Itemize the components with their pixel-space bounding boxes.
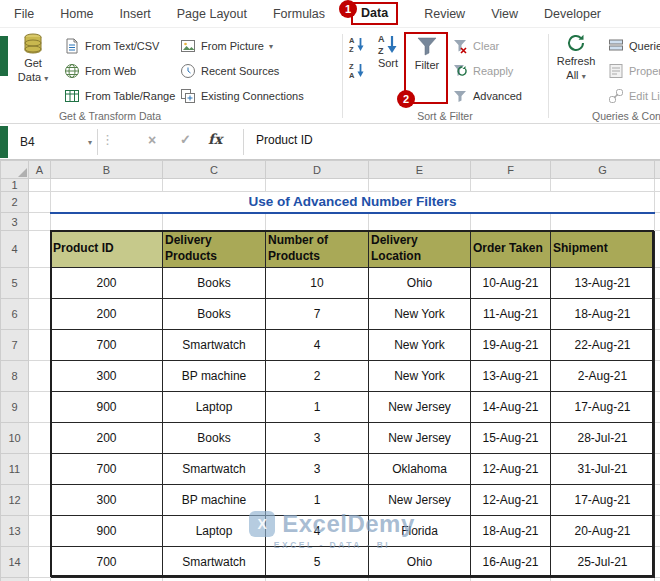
table-cell[interactable]: 17-Aug-21 bbox=[551, 392, 655, 423]
cell[interactable] bbox=[29, 485, 51, 516]
cell[interactable] bbox=[655, 213, 660, 231]
from-text-csv-button[interactable]: From Text/CSV bbox=[64, 36, 159, 56]
row-header-1[interactable]: 1 bbox=[1, 179, 29, 192]
tab-developer[interactable]: Developer bbox=[544, 7, 601, 21]
cell[interactable] bbox=[266, 179, 369, 192]
sort-ascending-button[interactable]: A Z bbox=[348, 34, 366, 54]
row-header-6[interactable]: 6 bbox=[1, 299, 29, 330]
row-header-14[interactable]: 14 bbox=[1, 547, 29, 578]
table-cell[interactable]: 900 bbox=[51, 516, 163, 547]
cell[interactable] bbox=[29, 192, 51, 213]
table-header[interactable]: Product ID bbox=[51, 231, 163, 268]
cell[interactable] bbox=[163, 179, 266, 192]
tab-data[interactable]: Data1 bbox=[351, 2, 398, 25]
table-cell[interactable]: Smartwatch bbox=[163, 330, 266, 361]
row-header-2[interactable]: 2 bbox=[1, 192, 29, 213]
table-cell[interactable]: 200 bbox=[51, 299, 163, 330]
cell[interactable] bbox=[471, 578, 551, 581]
table-cell[interactable]: 12-Aug-21 bbox=[471, 454, 551, 485]
cell[interactable] bbox=[655, 179, 660, 192]
col-header-D[interactable]: D bbox=[266, 161, 369, 179]
cell[interactable] bbox=[369, 179, 471, 192]
table-cell[interactable]: 700 bbox=[51, 330, 163, 361]
cell[interactable] bbox=[369, 578, 471, 581]
get-data-button[interactable]: Get Data ▾ bbox=[10, 32, 56, 83]
table-cell[interactable]: 3 bbox=[266, 454, 369, 485]
cell[interactable] bbox=[29, 392, 51, 423]
sort-button[interactable]: A Z Sort bbox=[370, 32, 406, 70]
queries-connections-button[interactable]: Queries & bbox=[608, 36, 660, 56]
table-cell[interactable]: 700 bbox=[51, 454, 163, 485]
row-header-8[interactable]: 8 bbox=[1, 361, 29, 392]
cell[interactable] bbox=[655, 578, 660, 581]
cell[interactable] bbox=[471, 179, 551, 192]
table-cell[interactable]: 700 bbox=[51, 547, 163, 578]
reapply-button[interactable]: Reapply bbox=[452, 61, 513, 81]
row-header-3[interactable]: 3 bbox=[1, 213, 29, 231]
table-header[interactable]: Shipment bbox=[551, 231, 655, 268]
cell[interactable] bbox=[655, 454, 660, 485]
cell[interactable] bbox=[655, 330, 660, 361]
table-cell[interactable]: 15-Aug-21 bbox=[471, 423, 551, 454]
cell[interactable] bbox=[655, 361, 660, 392]
table-cell[interactable]: 11-Aug-21 bbox=[471, 299, 551, 330]
advanced-button[interactable]: Advanced bbox=[452, 86, 522, 106]
cell[interactable] bbox=[471, 213, 551, 231]
table-header[interactable]: Number of Products bbox=[266, 231, 369, 268]
col-header-F[interactable]: F bbox=[471, 161, 551, 179]
cell[interactable] bbox=[655, 392, 660, 423]
table-cell[interactable]: Florida bbox=[369, 516, 471, 547]
table-cell[interactable]: Ohio bbox=[369, 547, 471, 578]
row-header-11[interactable]: 11 bbox=[1, 454, 29, 485]
cell[interactable] bbox=[51, 213, 163, 231]
table-cell[interactable]: 5 bbox=[266, 547, 369, 578]
name-box[interactable]: B4 ▾ bbox=[12, 130, 96, 154]
table-cell[interactable]: 13-Aug-21 bbox=[471, 361, 551, 392]
table-cell[interactable]: Ohio bbox=[369, 268, 471, 299]
table-cell[interactable]: 13-Aug-21 bbox=[551, 268, 655, 299]
table-cell[interactable]: New Jersey bbox=[369, 485, 471, 516]
table-cell[interactable]: New Jersey bbox=[369, 392, 471, 423]
cell[interactable] bbox=[369, 213, 471, 231]
cell[interactable] bbox=[29, 547, 51, 578]
clear-button[interactable]: Clear bbox=[452, 36, 499, 56]
cell[interactable] bbox=[655, 231, 660, 268]
cell[interactable] bbox=[29, 454, 51, 485]
row-header-4[interactable]: 4 bbox=[1, 231, 29, 268]
sort-descending-button[interactable]: Z A bbox=[348, 60, 366, 80]
cell[interactable] bbox=[29, 299, 51, 330]
formula-input[interactable]: Product ID bbox=[256, 133, 313, 147]
cell[interactable] bbox=[29, 330, 51, 361]
table-cell[interactable]: Smartwatch bbox=[163, 547, 266, 578]
table-cell[interactable]: Laptop bbox=[163, 392, 266, 423]
table-cell[interactable]: 300 bbox=[51, 361, 163, 392]
cell[interactable] bbox=[655, 516, 660, 547]
cell[interactable] bbox=[655, 268, 660, 299]
cell[interactable] bbox=[29, 361, 51, 392]
refresh-all-button[interactable]: Refresh All ▾ bbox=[552, 32, 600, 81]
cell[interactable] bbox=[551, 578, 655, 581]
properties-button[interactable]: Properties bbox=[608, 61, 660, 81]
table-cell[interactable]: Books bbox=[163, 423, 266, 454]
table-cell[interactable]: 7 bbox=[266, 299, 369, 330]
cell[interactable] bbox=[51, 578, 163, 581]
name-box-caret-icon[interactable]: ▾ bbox=[88, 138, 92, 147]
sheet-title[interactable]: Use of Advanced Number Filters bbox=[51, 192, 655, 213]
table-cell[interactable]: 300 bbox=[51, 485, 163, 516]
table-cell[interactable]: 25-Jul-21 bbox=[551, 547, 655, 578]
table-cell[interactable]: BP machine bbox=[163, 361, 266, 392]
table-cell[interactable]: Laptop bbox=[163, 516, 266, 547]
table-cell[interactable]: 10 bbox=[266, 268, 369, 299]
col-header-partial[interactable] bbox=[655, 161, 660, 179]
table-cell[interactable]: 19-Aug-21 bbox=[471, 330, 551, 361]
cell[interactable] bbox=[655, 547, 660, 578]
table-cell[interactable]: 28-Jul-21 bbox=[551, 423, 655, 454]
table-cell[interactable]: Books bbox=[163, 299, 266, 330]
from-web-button[interactable]: From Web bbox=[64, 61, 136, 81]
enter-icon[interactable]: ✓ bbox=[180, 132, 191, 147]
cell[interactable] bbox=[266, 213, 369, 231]
tab-page-layout[interactable]: Page Layout bbox=[177, 7, 247, 21]
cell[interactable] bbox=[655, 423, 660, 454]
table-cell[interactable]: 12-Aug-21 bbox=[471, 485, 551, 516]
cell[interactable] bbox=[551, 179, 655, 192]
